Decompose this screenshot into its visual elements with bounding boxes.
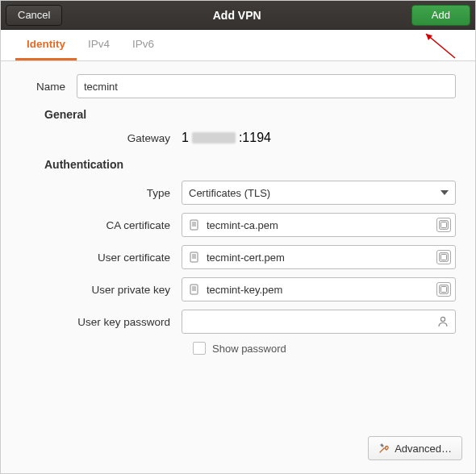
gateway-row: Gateway 1 :1194 [20, 131, 456, 145]
type-select[interactable]: Certificates (TLS) [182, 181, 456, 205]
svg-rect-13 [441, 254, 446, 260]
svg-rect-14 [190, 285, 198, 294]
general-heading: General [44, 108, 456, 121]
user-certificate-chooser[interactable]: tecmint-cert.pem [182, 245, 456, 269]
gateway-input[interactable]: 1 :1194 [182, 131, 456, 145]
dialog-footer: Advanced… [1, 428, 475, 473]
user-key-password-label: User key password [20, 316, 182, 328]
advanced-button[interactable]: Advanced… [368, 436, 462, 460]
tab-ipv6[interactable]: IPv6 [121, 30, 165, 60]
user-certificate-filename: tecmint-cert.pem [207, 252, 285, 264]
type-label: Type [20, 187, 182, 199]
gateway-label: Gateway [20, 132, 182, 144]
gateway-redacted [192, 132, 236, 143]
show-password-label: Show password [212, 343, 286, 355]
svg-point-20 [441, 317, 445, 321]
user-key-password-input[interactable] [182, 310, 456, 334]
user-private-key-filename: tecmint-key.pem [207, 284, 282, 296]
svg-rect-19 [441, 286, 446, 292]
tools-icon [378, 443, 390, 454]
gateway-prefix: 1 [182, 131, 189, 145]
file-icon [189, 252, 200, 263]
file-browse-icon[interactable] [436, 218, 451, 232]
file-browse-icon[interactable] [436, 282, 451, 297]
svg-rect-8 [190, 252, 198, 262]
chevron-down-icon [441, 190, 449, 195]
dialog-content: Name General Gateway 1 :1194 Authenticat… [1, 61, 475, 428]
person-icon[interactable] [436, 315, 449, 328]
ca-certificate-chooser[interactable]: tecmint-ca.pem [182, 213, 456, 237]
ca-certificate-filename: tecmint-ca.pem [207, 219, 278, 231]
dialog-title: Add VPN [62, 9, 411, 22]
svg-rect-2 [190, 220, 198, 230]
tab-ipv4[interactable]: IPv4 [77, 30, 121, 60]
user-private-key-label: User private key [20, 284, 182, 296]
user-key-password-row: User key password [20, 310, 456, 334]
advanced-button-label: Advanced… [395, 443, 452, 455]
type-selected-value: Certificates (TLS) [189, 187, 270, 199]
show-password-checkbox[interactable] [193, 342, 206, 355]
add-button[interactable]: Add [411, 5, 470, 26]
user-certificate-label: User certificate [20, 252, 182, 264]
type-row: Type Certificates (TLS) [20, 181, 456, 205]
name-row: Name [20, 74, 456, 98]
show-password-row: Show password [193, 342, 456, 355]
file-browse-icon[interactable] [436, 250, 451, 264]
gateway-suffix: :1194 [239, 131, 271, 145]
ca-certificate-row: CA certificate tecmint-ca.pem [20, 213, 456, 237]
tab-identity[interactable]: Identity [15, 30, 77, 60]
dialog-titlebar: Cancel Add VPN Add [1, 1, 475, 30]
svg-rect-7 [441, 222, 446, 227]
authentication-heading: Authentication [44, 158, 456, 171]
file-icon [189, 219, 200, 231]
user-private-key-row: User private key tecmint-key.pem [20, 277, 456, 301]
user-private-key-chooser[interactable]: tecmint-key.pem [182, 277, 456, 301]
user-certificate-row: User certificate tecmint-cert.pem [20, 245, 456, 269]
cancel-button[interactable]: Cancel [6, 5, 62, 26]
file-icon [189, 284, 200, 295]
add-vpn-dialog: Cancel Add VPN Add Identity IPv4 IPv6 Na… [0, 0, 476, 474]
name-input[interactable] [77, 74, 456, 98]
name-label: Name [20, 81, 77, 93]
ca-certificate-label: CA certificate [20, 219, 182, 231]
tab-bar: Identity IPv4 IPv6 [1, 30, 475, 61]
